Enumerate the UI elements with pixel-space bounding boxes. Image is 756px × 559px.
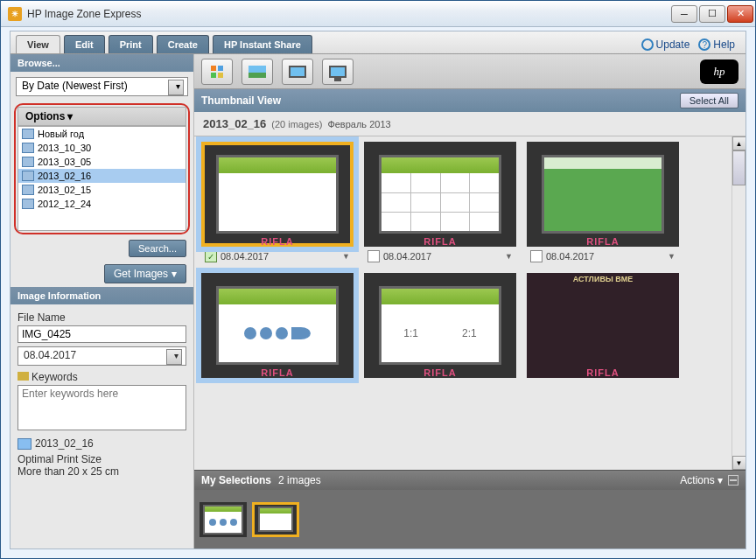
- tree-item[interactable]: 2013_03_05: [18, 155, 186, 169]
- tab-create[interactable]: Create: [157, 35, 209, 53]
- view-slideshow-button[interactable]: [322, 59, 354, 85]
- scroll-down-icon[interactable]: ▼: [732, 456, 746, 470]
- scrollbar[interactable]: ▲ ▼: [732, 136, 746, 470]
- sort-dropdown[interactable]: By Date (Newest First): [16, 77, 188, 96]
- scroll-up-icon[interactable]: ▲: [732, 136, 746, 150]
- keywords-icon: [18, 372, 29, 381]
- search-button[interactable]: Search...: [129, 240, 186, 257]
- scroll-thumb[interactable]: [732, 150, 746, 185]
- image-info-header: Image Information: [10, 287, 193, 304]
- check-off-icon[interactable]: [368, 250, 380, 262]
- print-size-value: More than 20 x 25 cm: [18, 465, 186, 478]
- tab-print[interactable]: Print: [108, 35, 153, 53]
- folder-icon: [22, 185, 34, 195]
- tree-item[interactable]: 2013_10_30: [18, 141, 186, 155]
- toolbar: hp: [194, 54, 746, 89]
- titlebar: ☀ HP Image Zone Express ─ ☐ ✕: [1, 1, 755, 27]
- folder-icon: [22, 171, 34, 181]
- thumbnail-selected[interactable]: RIFLA ✓08.04.2017▼: [201, 142, 354, 266]
- actions-dropdown[interactable]: Actions ▾: [680, 474, 723, 486]
- keywords-textarea[interactable]: [18, 385, 186, 430]
- view-single-button[interactable]: [242, 59, 273, 85]
- keywords-label: Keywords: [18, 371, 186, 383]
- image-icon: [248, 66, 266, 78]
- thumbnail[interactable]: АСТЛИВЫ ВМЕRIFLA: [527, 273, 679, 378]
- check-off-icon[interactable]: [530, 250, 542, 262]
- chevron-down-icon: ▾: [172, 268, 177, 280]
- view-fullscreen-button[interactable]: [282, 59, 313, 85]
- thumbnail[interactable]: 1:12:1RIFLA: [364, 273, 516, 378]
- update-link[interactable]: Update: [641, 38, 690, 51]
- selections-panel: My Selections 2 images Actions ▾: [194, 470, 746, 549]
- main-area: hp Thumbnail View Select All 2013_02_16 …: [194, 54, 746, 549]
- app-icon: ☀: [8, 7, 22, 21]
- get-images-button[interactable]: Get Images ▾: [104, 264, 186, 283]
- collapse-icon[interactable]: [728, 475, 738, 486]
- maximize-button[interactable]: ☐: [699, 5, 725, 23]
- tree-item-selected[interactable]: 2013_02_16: [18, 169, 186, 183]
- tab-edit[interactable]: Edit: [64, 35, 105, 53]
- thumbnail-grid: RIFLA ✓08.04.2017▼ RIFLA 08.04.2017▼ RIF…: [194, 136, 732, 470]
- app-window: ☀ HP Image Zone Express ─ ☐ ✕ View Edit …: [0, 0, 756, 559]
- selection-thumb-active[interactable]: [252, 502, 299, 537]
- chevron-down-icon[interactable]: ▼: [342, 252, 350, 261]
- select-all-button[interactable]: Select All: [680, 93, 738, 108]
- selections-title: My Selections: [201, 474, 271, 486]
- filename-label: File Name: [18, 311, 186, 324]
- print-size-label: Optimal Print Size: [18, 453, 186, 465]
- window-title: HP Image Zone Express: [27, 8, 671, 20]
- tab-view[interactable]: View: [16, 35, 60, 53]
- thumbnail[interactable]: RIFLA 08.04.2017▼: [364, 142, 516, 266]
- view-grid-button[interactable]: [201, 59, 233, 85]
- minimize-button[interactable]: ─: [671, 5, 697, 23]
- help-link[interactable]: ?Help: [698, 38, 735, 51]
- folder-tree[interactable]: Новый год 2013_10_30 2013_03_05 2013_02_…: [18, 126, 186, 231]
- date-dropdown[interactable]: 08.04.2017: [18, 346, 186, 366]
- filename-input[interactable]: [18, 325, 186, 343]
- tab-share[interactable]: HP Instant Share: [213, 35, 312, 53]
- chevron-down-icon: ▾: [67, 110, 73, 122]
- tabs-bar: View Edit Print Create HP Instant Share …: [10, 31, 746, 54]
- selection-thumb[interactable]: [200, 502, 247, 537]
- options-header[interactable]: Options ▾: [18, 107, 186, 126]
- help-icon: ?: [698, 38, 710, 51]
- tree-item[interactable]: Новый год: [18, 127, 186, 141]
- thumbnail-selected[interactable]: RIFLA: [201, 273, 354, 378]
- grid-icon: [211, 66, 223, 78]
- folder-icon: [22, 157, 34, 167]
- options-panel: Options ▾ Новый год 2013_10_30 2013_03_0…: [14, 103, 190, 234]
- folder-path[interactable]: 2013_02_16: [18, 437, 186, 450]
- monitor-icon: [289, 66, 306, 78]
- group-header: 2013_02_16 (20 images) Февраль 2013: [194, 112, 746, 136]
- browse-header: Browse...: [10, 54, 193, 72]
- tree-item[interactable]: 2012_12_24: [18, 197, 186, 211]
- chevron-down-icon[interactable]: ▼: [505, 252, 513, 261]
- chevron-down-icon[interactable]: ▼: [668, 252, 676, 261]
- view-header: Thumbnail View Select All: [194, 89, 746, 112]
- tree-item[interactable]: 2013_02_15: [18, 183, 186, 197]
- folder-icon: [22, 143, 34, 153]
- folder-icon: [22, 129, 34, 139]
- close-button[interactable]: ✕: [727, 5, 753, 23]
- folder-icon: [22, 199, 34, 209]
- update-icon: [641, 38, 654, 51]
- sidebar: Browse... By Date (Newest First) Options…: [10, 54, 194, 549]
- selections-count: 2 images: [278, 474, 321, 486]
- thumbnail[interactable]: RIFLA 08.04.2017▼: [527, 142, 679, 266]
- hp-logo: hp: [700, 59, 738, 84]
- check-on-icon[interactable]: ✓: [205, 250, 217, 262]
- folder-icon: [18, 438, 32, 450]
- projector-icon: [329, 66, 346, 78]
